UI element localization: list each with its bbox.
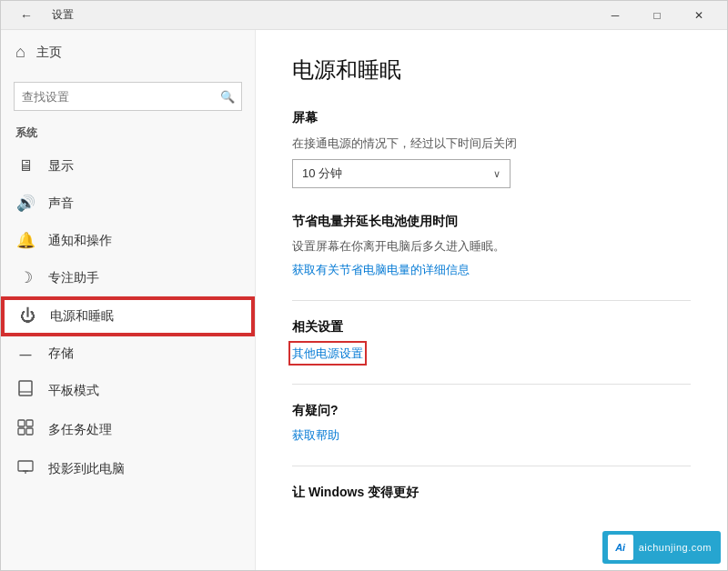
section-divider	[292, 300, 691, 301]
sidebar-home-label: 主页	[36, 45, 62, 61]
storage-icon: —	[15, 347, 35, 361]
sidebar-item-storage[interactable]: — 存储	[1, 336, 255, 371]
sidebar-item-notification[interactable]: 🔔 通知和操作	[1, 222, 255, 259]
screen-section-heading: 屏幕	[292, 110, 691, 126]
sidebar-item-label-tablet: 平板模式	[48, 383, 99, 399]
feedback-title: 让 Windows 变得更好	[292, 485, 691, 501]
section-divider-3	[292, 466, 691, 466]
search-icon: 🔍	[220, 90, 235, 104]
close-button[interactable]: ✕	[678, 1, 720, 30]
search-input[interactable]	[14, 82, 242, 111]
sidebar-item-label-display: 显示	[48, 158, 74, 175]
sidebar-item-power[interactable]: ⏻ 电源和睡眠	[1, 296, 255, 336]
sidebar-item-home[interactable]: ⌂ 主页	[1, 30, 255, 75]
window-controls: ─ □ ✕	[594, 1, 720, 30]
sidebar-item-multitask[interactable]: 多任务处理	[1, 410, 255, 449]
search-box: 🔍	[14, 82, 242, 111]
sidebar-item-focus[interactable]: ☽ 专注助手	[1, 259, 255, 296]
section-divider-2	[292, 384, 691, 385]
main-panel: 电源和睡眠 屏幕 在接通电源的情况下，经过以下时间后关闭 10 分钟 ∨ 节省电…	[256, 30, 727, 570]
tablet-icon	[15, 380, 35, 401]
multitask-icon	[15, 419, 35, 440]
watermark: Ai aichunjing.com	[602, 531, 721, 564]
faq-section-link[interactable]: 获取帮助	[292, 428, 339, 442]
svg-rect-6	[18, 461, 33, 471]
dropdown-arrow-icon: ∨	[493, 168, 500, 180]
dropdown-label: 在接通电源的情况下，经过以下时间后关闭	[292, 135, 691, 152]
sidebar-item-label-multitask: 多任务处理	[48, 422, 112, 438]
watermark-text: aichunjing.com	[639, 542, 712, 553]
watermark-icon: Ai	[608, 535, 633, 560]
sidebar-item-tablet[interactable]: 平板模式	[1, 371, 255, 410]
page-title: 电源和睡眠	[292, 55, 691, 85]
sidebar-section-title: 系统	[1, 122, 255, 148]
sidebar: ⌂ 主页 🔍 系统 🖥 显示 🔊 声音 🔔 通知和操作	[1, 30, 256, 570]
sidebar-item-display[interactable]: 🖥 显示	[1, 148, 255, 185]
faq-section-title: 有疑问?	[292, 403, 691, 419]
related-link-box: 其他电源设置	[292, 345, 363, 362]
notification-icon: 🔔	[15, 231, 35, 250]
sidebar-item-sound[interactable]: 🔊 声音	[1, 185, 255, 222]
sidebar-item-project[interactable]: 投影到此电脑	[1, 449, 255, 488]
display-icon: 🖥	[15, 157, 35, 175]
svg-rect-5	[26, 428, 33, 435]
back-button[interactable]: ←	[8, 1, 45, 30]
sleep-section-desc: 设置屏幕在你离开电脑后多久进入睡眠。	[292, 237, 691, 255]
window-title: 设置	[52, 7, 74, 23]
project-icon	[15, 458, 35, 479]
sleep-section-link[interactable]: 获取有关节省电脑电量的详细信息	[292, 263, 470, 276]
home-icon: ⌂	[15, 43, 25, 62]
svg-rect-4	[18, 428, 25, 435]
faq-section: 有疑问? 获取帮助	[292, 403, 691, 444]
content-area: ⌂ 主页 🔍 系统 🖥 显示 🔊 声音 🔔 通知和操作	[1, 30, 727, 570]
svg-rect-2	[18, 420, 25, 426]
svg-rect-3	[26, 420, 33, 426]
sleep-section: 节省电量并延长电池使用时间 设置屏幕在你离开电脑后多久进入睡眠。 获取有关节省电…	[292, 214, 691, 278]
focus-icon: ☽	[15, 268, 35, 287]
sleep-section-title: 节省电量并延长电池使用时间	[292, 214, 691, 230]
related-section: 相关设置 其他电源设置	[292, 319, 691, 362]
sidebar-item-label-project: 投影到此电脑	[48, 461, 125, 477]
titlebar: ← 设置 ─ □ ✕	[1, 1, 727, 30]
dropdown-value: 10 分钟	[302, 165, 342, 182]
minimize-button[interactable]: ─	[594, 1, 636, 30]
sidebar-item-label-focus: 专注助手	[48, 270, 99, 286]
sound-icon: 🔊	[15, 194, 35, 213]
screen-off-dropdown[interactable]: 10 分钟 ∨	[292, 159, 511, 188]
settings-window: ← 设置 ─ □ ✕ ⌂ 主页 🔍 系统 🖥 显示	[0, 0, 728, 571]
related-section-title: 相关设置	[292, 319, 691, 336]
sidebar-item-label-power: 电源和睡眠	[50, 308, 114, 325]
maximize-button[interactable]: □	[636, 1, 678, 30]
sidebar-item-label-storage: 存储	[48, 346, 74, 362]
sidebar-item-label-sound: 声音	[48, 195, 74, 212]
power-icon: ⏻	[17, 307, 37, 326]
sidebar-item-label-notification: 通知和操作	[48, 233, 112, 249]
svg-rect-0	[19, 381, 32, 396]
related-section-link[interactable]: 其他电源设置	[292, 346, 363, 360]
feedback-section: 让 Windows 变得更好	[292, 485, 691, 501]
dropdown-container: 在接通电源的情况下，经过以下时间后关闭 10 分钟 ∨	[292, 135, 691, 188]
